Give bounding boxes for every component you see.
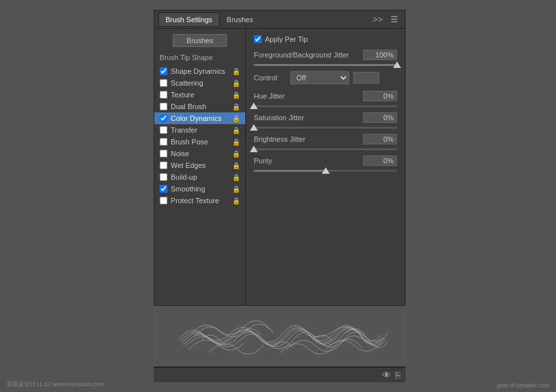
brush-pose-lock: 🔒 [232, 139, 240, 146]
hue-jitter-label: Hue Jitter [254, 92, 363, 100]
eye-icon[interactable]: 👁 [382, 370, 391, 380]
brightness-jitter-thumb[interactable] [250, 146, 258, 152]
expand-icon[interactable]: >> [370, 13, 385, 25]
watermark-right: post of uimaker.com [496, 382, 549, 389]
sidebar-item-scattering[interactable]: Scattering 🔒 [154, 77, 245, 89]
fg-bg-jitter-input[interactable] [363, 50, 397, 60]
purity-row: Purity [254, 155, 397, 166]
color-dynamics-checkbox[interactable] [160, 114, 167, 122]
wet-edges-label: Wet Edges [171, 161, 231, 169]
purity-thumb[interactable] [322, 167, 330, 174]
tab-bar: Brush Settings Brushes >> ☰ [154, 10, 405, 29]
watermark-left: 景泰蓝设计11.62 www.missyuan.com [7, 380, 104, 389]
hue-jitter-slider-row [254, 105, 397, 107]
sidebar-item-smoothing[interactable]: Smoothing 🔒 [154, 183, 245, 195]
apply-per-tip-row: Apply Per Tip [254, 35, 397, 43]
hue-jitter-input[interactable] [363, 91, 397, 101]
preview-area [154, 305, 406, 367]
wet-edges-lock: 🔒 [232, 162, 240, 169]
bottom-bar: 👁 ⎘ [154, 367, 406, 382]
fg-bg-jitter-row: Foreground/Background Jitter [254, 50, 397, 60]
shape-dynamics-checkbox[interactable] [160, 67, 167, 75]
saturation-jitter-slider-row [254, 127, 397, 129]
wet-edges-checkbox[interactable] [160, 161, 167, 169]
brightness-jitter-label: Brightness Jitter [254, 135, 363, 143]
fg-bg-jitter-slider-row [254, 64, 397, 66]
brush-preview [169, 314, 391, 359]
shape-dynamics-label: Shape Dynamics [171, 67, 231, 75]
scattering-label: Scattering [171, 79, 231, 87]
purity-label: Purity [254, 157, 363, 165]
control-select[interactable]: Off Fade Pen Pressure Pen Tilt [290, 71, 349, 84]
control-label: Control: [254, 74, 287, 82]
copy-icon[interactable]: ⎘ [395, 370, 400, 380]
brightness-jitter-row: Brightness Jitter [254, 134, 397, 144]
scattering-lock: 🔒 [232, 80, 240, 87]
apply-per-tip-checkbox[interactable] [254, 35, 262, 43]
sidebar-item-build-up[interactable]: Build-up 🔒 [154, 171, 245, 183]
smoothing-label: Smoothing [171, 185, 231, 193]
texture-checkbox[interactable] [160, 91, 167, 99]
sidebar-item-protect-texture[interactable]: Protect Texture 🔒 [154, 195, 245, 206]
sidebar-item-noise[interactable]: Noise 🔒 [154, 148, 245, 159]
menu-icon[interactable]: ☰ [388, 13, 401, 25]
build-up-label: Build-up [171, 173, 231, 181]
saturation-jitter-label: Saturation Jitter [254, 114, 363, 122]
brightness-jitter-track[interactable] [254, 148, 397, 150]
sidebar-item-texture[interactable]: Texture 🔒 [154, 89, 245, 101]
control-mini-box [353, 72, 379, 84]
sidebar-item-transfer[interactable]: Transfer 🔒 [154, 124, 245, 136]
protect-texture-checkbox[interactable] [160, 197, 167, 204]
build-up-checkbox[interactable] [160, 173, 167, 181]
saturation-jitter-thumb[interactable] [250, 124, 258, 131]
sidebar-item-shape-dynamics[interactable]: Shape Dynamics 🔒 [154, 65, 245, 77]
sidebar-item-dual-brush[interactable]: Dual Brush 🔒 [154, 101, 245, 112]
texture-lock: 🔒 [232, 91, 240, 99]
tab-icons: >> ☰ [370, 13, 401, 25]
brightness-jitter-slider-row [254, 148, 397, 150]
texture-label: Texture [171, 91, 231, 99]
protect-texture-lock: 🔒 [232, 197, 240, 204]
saturation-jitter-row: Saturation Jitter [254, 112, 397, 123]
brush-pose-label: Brush Pose [171, 138, 231, 146]
hue-jitter-track[interactable] [254, 105, 397, 107]
noise-checkbox[interactable] [160, 150, 167, 157]
hue-jitter-thumb[interactable] [250, 103, 258, 109]
protect-texture-label: Protect Texture [171, 197, 231, 204]
purity-track[interactable] [254, 170, 397, 172]
fg-bg-jitter-fill [254, 64, 397, 66]
brushes-button[interactable]: Brushes [173, 34, 226, 47]
shape-dynamics-lock: 🔒 [232, 68, 240, 75]
sidebar-item-brush-pose[interactable]: Brush Pose 🔒 [154, 136, 245, 148]
tab-brush-settings[interactable]: Brush Settings [158, 12, 220, 27]
build-up-lock: 🔒 [232, 174, 240, 181]
purity-input[interactable] [363, 155, 397, 166]
color-dynamics-label: Color Dynamics [171, 114, 231, 122]
saturation-jitter-track[interactable] [254, 127, 397, 129]
control-row: Control: Off Fade Pen Pressure Pen Tilt [254, 71, 397, 84]
dual-brush-checkbox[interactable] [160, 103, 167, 110]
fg-bg-jitter-label: Foreground/Background Jitter [254, 51, 363, 59]
brush-pose-checkbox[interactable] [160, 138, 167, 146]
transfer-checkbox[interactable] [160, 126, 167, 134]
transfer-label: Transfer [171, 126, 231, 134]
apply-per-tip-label: Apply Per Tip [265, 35, 307, 43]
brightness-jitter-input[interactable] [363, 134, 397, 144]
transfer-lock: 🔒 [232, 127, 240, 134]
color-dynamics-lock: 🔒 [232, 115, 240, 122]
sidebar-item-wet-edges[interactable]: Wet Edges 🔒 [154, 159, 245, 171]
saturation-jitter-input[interactable] [363, 112, 397, 123]
purity-fill [254, 170, 326, 172]
noise-lock: 🔒 [232, 150, 240, 157]
sidebar-item-color-dynamics[interactable]: Color Dynamics 🔒 [154, 112, 245, 124]
smoothing-checkbox[interactable] [160, 185, 167, 193]
fg-bg-jitter-track[interactable] [254, 64, 397, 66]
tab-brushes[interactable]: Brushes [220, 12, 260, 27]
dual-brush-label: Dual Brush [171, 103, 231, 110]
dual-brush-lock: 🔒 [232, 103, 240, 110]
hue-jitter-row: Hue Jitter [254, 91, 397, 101]
scattering-checkbox[interactable] [160, 79, 167, 87]
fg-bg-jitter-thumb[interactable] [393, 61, 401, 68]
brush-tip-shape-label: Brush Tip Shape [154, 54, 213, 61]
smoothing-lock: 🔒 [232, 186, 240, 193]
